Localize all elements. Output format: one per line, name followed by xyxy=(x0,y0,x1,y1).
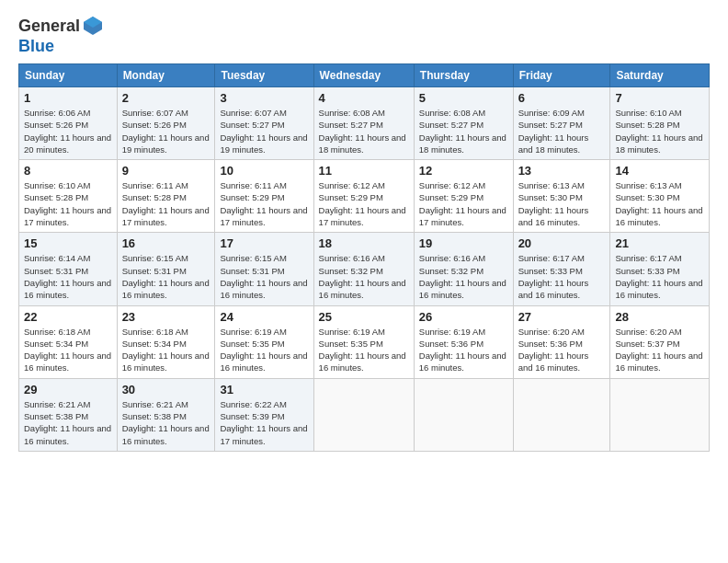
day-number: 15 xyxy=(24,236,112,250)
day-cell: 17 Sunrise: 6:15 AMSunset: 5:31 PMDaylig… xyxy=(215,233,313,305)
day-cell: 24 Sunrise: 6:19 AMSunset: 5:35 PMDaylig… xyxy=(215,305,313,378)
day-cell: 2 Sunrise: 6:07 AMSunset: 5:26 PMDayligh… xyxy=(117,87,215,160)
day-info: Sunrise: 6:22 AMSunset: 5:39 PMDaylight:… xyxy=(220,399,307,446)
day-info: Sunrise: 6:11 AMSunset: 5:28 PMDaylight:… xyxy=(122,180,210,227)
day-info: Sunrise: 6:10 AMSunset: 5:28 PMDaylight:… xyxy=(24,180,111,227)
day-info: Sunrise: 6:10 AMSunset: 5:28 PMDaylight:… xyxy=(615,108,702,155)
day-cell: 10 Sunrise: 6:11 AMSunset: 5:29 PMDaylig… xyxy=(215,160,313,233)
day-cell: 5 Sunrise: 6:08 AMSunset: 5:27 PMDayligh… xyxy=(414,87,513,160)
day-info: Sunrise: 6:14 AMSunset: 5:31 PMDaylight:… xyxy=(24,253,111,300)
day-cell: 11 Sunrise: 6:12 AMSunset: 5:29 PMDaylig… xyxy=(313,160,414,233)
day-info: Sunrise: 6:15 AMSunset: 5:31 PMDaylight:… xyxy=(122,253,210,300)
day-info: Sunrise: 6:15 AMSunset: 5:31 PMDaylight:… xyxy=(220,253,307,300)
day-number: 30 xyxy=(122,383,210,396)
day-cell: 3 Sunrise: 6:07 AMSunset: 5:27 PMDayligh… xyxy=(215,87,313,160)
header-cell-monday: Monday xyxy=(117,64,215,87)
day-cell: 31 Sunrise: 6:22 AMSunset: 5:39 PMDaylig… xyxy=(215,378,313,451)
header-cell-sunday: Sunday xyxy=(19,64,118,87)
day-info: Sunrise: 6:18 AMSunset: 5:34 PMDaylight:… xyxy=(122,327,210,373)
logo: General Blue xyxy=(18,15,104,56)
calendar-page: General Blue SundayMondayTuesdayWednesda… xyxy=(0,0,728,563)
day-number: 29 xyxy=(24,383,112,396)
day-info: Sunrise: 6:11 AMSunset: 5:29 PMDaylight:… xyxy=(220,180,307,227)
day-number: 26 xyxy=(419,310,508,324)
day-info: Sunrise: 6:12 AMSunset: 5:29 PMDaylight:… xyxy=(419,180,506,227)
day-info: Sunrise: 6:09 AMSunset: 5:27 PMDaylight:… xyxy=(518,108,589,155)
day-cell xyxy=(610,378,710,451)
day-info: Sunrise: 6:18 AMSunset: 5:34 PMDaylight:… xyxy=(24,327,111,373)
day-cell: 8 Sunrise: 6:10 AMSunset: 5:28 PMDayligh… xyxy=(19,160,118,233)
header-row: SundayMondayTuesdayWednesdayThursdayFrid… xyxy=(19,64,710,87)
day-cell xyxy=(414,378,513,451)
day-cell: 29 Sunrise: 6:21 AMSunset: 5:38 PMDaylig… xyxy=(19,378,118,451)
day-number: 7 xyxy=(615,91,704,105)
day-number: 23 xyxy=(122,310,210,324)
day-number: 27 xyxy=(518,310,606,324)
day-cell: 23 Sunrise: 6:18 AMSunset: 5:34 PMDaylig… xyxy=(117,305,215,378)
day-cell: 14 Sunrise: 6:13 AMSunset: 5:30 PMDaylig… xyxy=(610,160,710,233)
day-number: 13 xyxy=(518,164,606,178)
day-info: Sunrise: 6:16 AMSunset: 5:32 PMDaylight:… xyxy=(319,253,406,300)
day-cell: 30 Sunrise: 6:21 AMSunset: 5:38 PMDaylig… xyxy=(117,378,215,451)
week-row-2: 8 Sunrise: 6:10 AMSunset: 5:28 PMDayligh… xyxy=(19,160,710,233)
day-number: 2 xyxy=(122,91,210,105)
day-number: 16 xyxy=(122,236,210,250)
day-info: Sunrise: 6:13 AMSunset: 5:30 PMDaylight:… xyxy=(615,180,702,227)
day-cell: 1 Sunrise: 6:06 AMSunset: 5:26 PMDayligh… xyxy=(19,87,118,160)
header: General Blue xyxy=(18,15,710,56)
day-info: Sunrise: 6:20 AMSunset: 5:37 PMDaylight:… xyxy=(615,327,702,373)
day-number: 8 xyxy=(24,164,112,178)
day-number: 19 xyxy=(419,236,508,250)
day-cell: 7 Sunrise: 6:10 AMSunset: 5:28 PMDayligh… xyxy=(610,87,710,160)
day-cell: 26 Sunrise: 6:19 AMSunset: 5:36 PMDaylig… xyxy=(414,305,513,378)
day-number: 20 xyxy=(518,236,606,250)
day-number: 21 xyxy=(615,236,704,250)
day-info: Sunrise: 6:17 AMSunset: 5:33 PMDaylight:… xyxy=(615,253,702,300)
day-info: Sunrise: 6:21 AMSunset: 5:38 PMDaylight:… xyxy=(24,399,111,446)
day-number: 5 xyxy=(419,91,508,105)
logo-icon xyxy=(82,15,104,37)
day-info: Sunrise: 6:21 AMSunset: 5:38 PMDaylight:… xyxy=(122,399,210,446)
day-cell: 12 Sunrise: 6:12 AMSunset: 5:29 PMDaylig… xyxy=(414,160,513,233)
day-number: 3 xyxy=(220,91,308,105)
day-cell: 9 Sunrise: 6:11 AMSunset: 5:28 PMDayligh… xyxy=(117,160,215,233)
logo-blue-text: Blue xyxy=(18,37,54,56)
day-cell: 22 Sunrise: 6:18 AMSunset: 5:34 PMDaylig… xyxy=(19,305,118,378)
day-number: 17 xyxy=(220,236,308,250)
day-cell: 20 Sunrise: 6:17 AMSunset: 5:33 PMDaylig… xyxy=(513,233,610,305)
day-cell: 19 Sunrise: 6:16 AMSunset: 5:32 PMDaylig… xyxy=(414,233,513,305)
week-row-3: 15 Sunrise: 6:14 AMSunset: 5:31 PMDaylig… xyxy=(19,233,710,305)
day-number: 1 xyxy=(24,91,112,105)
header-cell-wednesday: Wednesday xyxy=(313,64,414,87)
day-info: Sunrise: 6:13 AMSunset: 5:30 PMDaylight:… xyxy=(518,180,589,227)
day-info: Sunrise: 6:06 AMSunset: 5:26 PMDaylight:… xyxy=(24,108,111,155)
week-row-4: 22 Sunrise: 6:18 AMSunset: 5:34 PMDaylig… xyxy=(19,305,710,378)
day-number: 24 xyxy=(220,310,308,324)
day-number: 9 xyxy=(122,164,210,178)
day-info: Sunrise: 6:08 AMSunset: 5:27 PMDaylight:… xyxy=(419,108,506,155)
day-number: 22 xyxy=(24,310,112,324)
day-number: 14 xyxy=(615,164,704,178)
day-info: Sunrise: 6:17 AMSunset: 5:33 PMDaylight:… xyxy=(518,253,589,300)
header-cell-friday: Friday xyxy=(513,64,610,87)
day-number: 28 xyxy=(615,310,704,324)
day-cell: 18 Sunrise: 6:16 AMSunset: 5:32 PMDaylig… xyxy=(313,233,414,305)
day-info: Sunrise: 6:07 AMSunset: 5:27 PMDaylight:… xyxy=(220,108,307,155)
day-number: 18 xyxy=(319,236,409,250)
day-cell xyxy=(313,378,414,451)
day-info: Sunrise: 6:20 AMSunset: 5:36 PMDaylight:… xyxy=(518,327,589,373)
day-number: 4 xyxy=(319,91,409,105)
day-cell: 25 Sunrise: 6:19 AMSunset: 5:35 PMDaylig… xyxy=(313,305,414,378)
day-info: Sunrise: 6:12 AMSunset: 5:29 PMDaylight:… xyxy=(319,180,406,227)
day-cell xyxy=(513,378,610,451)
day-cell: 4 Sunrise: 6:08 AMSunset: 5:27 PMDayligh… xyxy=(313,87,414,160)
day-number: 25 xyxy=(319,310,409,324)
calendar-table: SundayMondayTuesdayWednesdayThursdayFrid… xyxy=(18,63,710,452)
header-cell-tuesday: Tuesday xyxy=(215,64,313,87)
day-info: Sunrise: 6:19 AMSunset: 5:35 PMDaylight:… xyxy=(220,327,307,373)
day-cell: 28 Sunrise: 6:20 AMSunset: 5:37 PMDaylig… xyxy=(610,305,710,378)
day-cell: 6 Sunrise: 6:09 AMSunset: 5:27 PMDayligh… xyxy=(513,87,610,160)
day-info: Sunrise: 6:16 AMSunset: 5:32 PMDaylight:… xyxy=(419,253,506,300)
day-info: Sunrise: 6:19 AMSunset: 5:36 PMDaylight:… xyxy=(419,327,506,373)
day-cell: 15 Sunrise: 6:14 AMSunset: 5:31 PMDaylig… xyxy=(19,233,118,305)
